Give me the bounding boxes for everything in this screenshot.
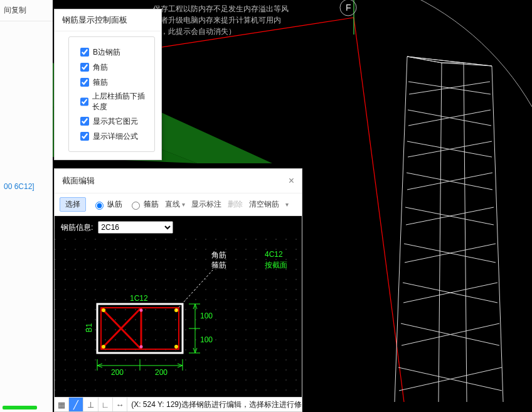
svg-line-6 [395,57,407,402]
radio-long-bar-input[interactable] [95,202,104,210]
chk-b-side[interactable]: B边钢筋 [78,46,146,58]
rebar-info-row: 钢筋信息: 2C16 [55,216,302,239]
chk-corner[interactable]: 角筋 [78,61,146,73]
section-canvas[interactable]: 角筋 箍筋 4C12 按截面 1C12 B1 100 100 200 200 [55,239,302,402]
ann-corner: 角筋 [211,250,226,261]
bb-perp-icon[interactable]: ⊥ [83,398,98,411]
chk-show-other[interactable]: 显示其它图元 [78,115,146,127]
chk-corner-label: 角筋 [93,62,108,73]
hint-line-2: 或者升级电脑内存来提升计算机可用内 [153,15,281,26]
dim-200b: 200 [155,368,168,377]
chk-upper-insert-label: 上层柱插筋下插长度 [92,91,146,112]
radio-long-bar-label: 纵筋 [107,199,122,210]
chk-b-side-label: B边钢筋 [93,47,120,58]
status-text: (X: 524 Y: 129)选择钢筋进行编辑，选择标注进行修 [127,399,302,410]
dim-200a: 200 [111,368,124,377]
hint-line-3: 时，此提示会自动消失） [153,26,236,37]
radio-stirrup-label: 箍筋 [144,199,159,210]
ann-4c12: 4C12 [265,250,283,259]
tool-clear[interactable]: 清空钢筋 [249,199,279,210]
chk-upper-insert-box[interactable] [80,97,88,106]
svg-point-41 [140,345,143,349]
rebar-checklist: B边钢筋 角筋 箍筋 上层柱插筋下插长度 显示其它图元 显示详细公式 [68,36,155,152]
hint-line-1: 保存工程以防内存不足发生内存溢出等风 [153,4,289,14]
chk-show-formula[interactable]: 显示详细公式 [78,130,146,143]
left-progress-bar [3,406,37,409]
svg-line-7 [439,63,442,402]
chk-corner-box[interactable] [80,63,89,72]
chk-stirrup[interactable]: 箍筋 [78,76,146,89]
radio-stirrup-input[interactable] [132,202,140,210]
chk-upper-insert[interactable]: 上层柱插筋下插长度 [78,91,146,112]
section-bottom-bar: ▦ ╱ ⊥ ∟ ↔ (X: 524 Y: 129)选择钢筋进行编辑，选择标注进行… [55,397,302,411]
chk-stirrup-label: 箍筋 [93,77,108,88]
chk-show-formula-label: 显示详细公式 [93,131,138,142]
tool-line[interactable]: 直线 ▾ [165,199,185,210]
rebar-display-panel: 钢筋显示控制面板 B边钢筋 角筋 箍筋 上层柱插筋下插长度 显示其它图元 显示详… [54,9,162,160]
chk-show-formula-box[interactable] [80,132,89,141]
chevron-down-icon: ▾ [182,201,185,208]
radio-stirrup[interactable]: 箍筋 [129,199,159,210]
ann-b1: B1 [85,323,93,333]
section-panel-title-text: 截面编辑 [62,176,95,185]
bb-diag-icon[interactable]: ╱ [69,398,83,411]
rebar-panel-title: 钢筋显示控制面板 [55,9,161,31]
chk-show-other-box[interactable] [80,117,89,126]
dim-top: 1C12 [130,294,148,303]
svg-line-9 [492,66,503,402]
chk-stirrup-box[interactable] [80,78,89,87]
left-tab-1[interactable]: 间复制 [0,0,53,21]
bb-angle-icon[interactable]: ∟ [98,398,113,411]
bb-snap-icon[interactable]: ↔ [113,398,127,411]
close-icon[interactable]: × [289,175,294,187]
tool-select[interactable]: 选择 [60,197,86,212]
axis-bubble-F: F [346,3,351,13]
rebar-info-label: 钢筋信息: [61,222,93,233]
tool-show-dim[interactable]: 显示标注 [191,199,221,210]
ann-by-section: 按截面 [265,260,287,271]
chk-b-side-box[interactable] [80,48,89,57]
radio-long-bar[interactable]: 纵筋 [92,199,122,210]
rebar-info-select[interactable]: 2C16 [98,221,173,234]
svg-point-38 [102,345,105,349]
section-toolbar: 选择 纵筋 箍筋 直线 ▾ 显示标注 删除 清空钢筋 ▾ [55,193,302,216]
left-sidebar: 间复制 00 6C12] [0,0,53,412]
dim-100b: 100 [200,335,213,344]
bb-grid-icon[interactable]: ▦ [55,398,69,411]
chevron-down-icon-2: ▾ [285,201,289,208]
section-editor-panel: 截面编辑 × 选择 纵筋 箍筋 直线 ▾ 显示标注 删除 清空钢筋 ▾ 钢筋信息… [54,168,302,412]
svg-point-36 [102,308,105,312]
chk-show-other-label: 显示其它图元 [93,116,138,127]
ann-stirrup: 箍筋 [211,260,226,271]
svg-line-8 [464,63,467,402]
section-panel-title: 截面编辑 × [55,169,302,193]
svg-point-39 [174,345,178,349]
svg-point-40 [140,309,143,312]
dim-100a: 100 [200,312,213,320]
left-code-text: 00 6C12] [0,178,53,195]
tool-delete: 删除 [228,199,243,210]
